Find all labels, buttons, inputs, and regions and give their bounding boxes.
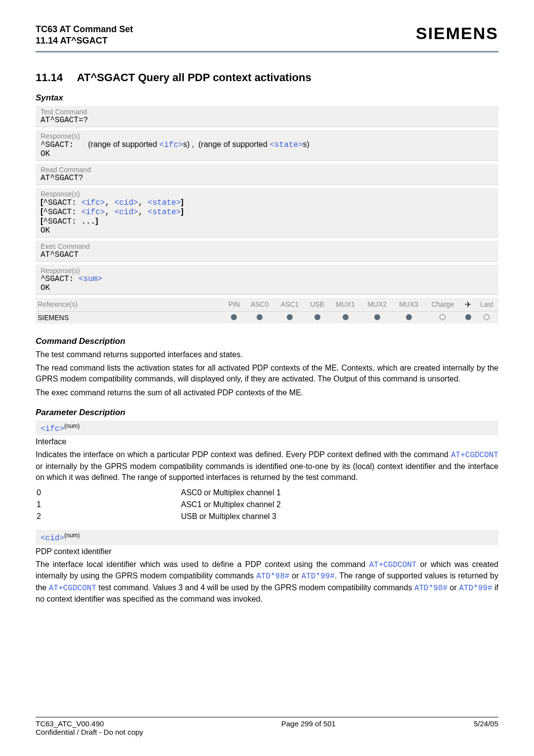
arrow-right-icon: ✈ [465, 300, 471, 309]
dot-empty-icon [484, 314, 490, 320]
colhead-asc0: ASC0 [245, 298, 275, 312]
test-command: AT^SGACT=? [41, 116, 493, 125]
colhead-asc1: ASC1 [275, 298, 305, 312]
footer-confidential: Confidential / Draft - Do not copy [36, 728, 143, 736]
link-ifc-2[interactable]: <ifc> [81, 198, 105, 207]
siemens-logo: SIEMENS [416, 24, 498, 43]
colhead-arrow: ✈ [461, 298, 475, 312]
reference-table: Reference(s) PIN ASC0 ASC1 USB MUX1 MUX2… [36, 298, 498, 324]
link-state[interactable]: <state> [269, 141, 303, 149]
link-cgdcont-2[interactable]: AT+CGDCONT [369, 561, 416, 569]
read-response-ok: OK [41, 226, 493, 235]
doc-title: TC63 AT Command Set [36, 24, 133, 35]
param-ifc-values: 0ASC0 or Multiplex channel 1 1ASC1 or Mu… [36, 486, 282, 523]
dot-arrow [461, 311, 475, 324]
read-response-dots: [^SGACT: ...] [41, 217, 493, 226]
label-read-command: Read Command [41, 166, 493, 174]
dot-pin [223, 311, 245, 324]
footer-date: 5/24/05 [474, 719, 498, 736]
exec-command: AT^SGACT [41, 250, 493, 259]
reference-name: SIEMENS [36, 311, 223, 324]
link-state-2[interactable]: <state> [148, 198, 181, 207]
dot-mux2 [361, 311, 393, 324]
link-cid[interactable]: <cid> [114, 198, 138, 207]
table-row: 1ASC1 or Multiplex channel 2 [37, 499, 281, 510]
label-references: Reference(s) [36, 298, 223, 312]
section-title: AT^SGACT Query all PDP context activatio… [77, 71, 312, 84]
table-row: 2USB or Multiplex channel 3 [37, 511, 281, 522]
dot-filled-icon [314, 314, 320, 320]
exec-command-block: Exec Command AT^SGACT [36, 240, 498, 262]
exec-response-ok: OK [41, 284, 493, 292]
link-atd98[interactable]: ATD*98# [256, 572, 289, 581]
colhead-last: Last [475, 298, 498, 312]
command-description-heading: Command Description [36, 336, 498, 346]
label-responses-2: Response(s) [41, 190, 493, 198]
colhead-pin: PIN [223, 298, 245, 312]
exec-response-block: Response(s) ^SGACT: <sum> OK [36, 265, 498, 295]
command-description-p3: The exec command returns the sum of all … [36, 387, 498, 398]
read-response-line2: [^SGACT: <ifc>, <cid>, <state>] [41, 207, 493, 217]
dot-filled-icon [231, 314, 237, 320]
param-ifc-tag: <ifc>(num) [36, 421, 498, 435]
dot-mux3 [393, 311, 425, 324]
dot-mux1 [330, 311, 361, 324]
link-ifc[interactable]: <ifc> [159, 141, 183, 149]
colhead-usb: USB [305, 298, 329, 312]
footer-docid: TC63_ATC_V00.490 [36, 719, 143, 728]
link-cgdcont-3[interactable]: AT+CGDCONT [49, 584, 96, 593]
dot-asc0 [245, 311, 275, 324]
test-response-line: ^SGACT: (range of supported <ifc>s) , (r… [41, 140, 493, 149]
dot-filled-icon [465, 314, 471, 320]
doc-subtitle: 11.14 AT^SGACT [36, 35, 133, 47]
section-heading: 11.14 AT^SGACT Query all PDP context act… [36, 71, 498, 84]
param-ifc-label: Interface [36, 437, 498, 446]
dot-filled-icon [406, 314, 412, 320]
dot-filled-icon [374, 314, 380, 320]
link-state-3[interactable]: <state> [148, 208, 181, 217]
link-cgdcont[interactable]: AT+CGDCONT [451, 451, 498, 460]
dot-usb [305, 311, 329, 324]
table-row: 0ASC0 or Multiplex channel 1 [37, 487, 281, 498]
param-cid-desc: The interface local identifier which was… [36, 559, 498, 605]
test-command-block: Test Command AT^SGACT=? [36, 106, 498, 127]
colhead-mux3: MUX3 [393, 298, 425, 312]
dot-asc1 [275, 311, 305, 324]
dot-filled-icon [343, 314, 349, 320]
colhead-mux1: MUX1 [330, 298, 361, 312]
section-number: 11.14 [36, 71, 63, 84]
page-header: TC63 AT Command Set 11.14 AT^SGACT SIEME… [36, 24, 498, 47]
read-command-block: Read Command AT^SGACT? [36, 164, 498, 185]
command-description-p2: The read command lists the activation st… [36, 363, 498, 384]
param-cid-label: PDP context identifier [36, 547, 498, 556]
link-atd99[interactable]: ATD*99# [302, 572, 335, 581]
dot-empty-icon [440, 314, 445, 320]
header-divider [36, 51, 498, 52]
test-response-ok: OK [41, 149, 493, 158]
syntax-heading: Syntax [36, 93, 498, 103]
link-ifc-3[interactable]: <ifc> [81, 208, 105, 217]
dot-filled-icon [257, 314, 263, 320]
page-footer: TC63_ATC_V00.490 Confidential / Draft - … [36, 717, 498, 736]
dot-charge [425, 311, 461, 324]
param-cid-tag: <cid>(num) [36, 530, 498, 545]
test-response-block: Response(s) ^SGACT: (range of supported … [36, 130, 498, 161]
exec-response-line: ^SGACT: <sum> [41, 275, 493, 284]
label-exec-command: Exec Command [41, 242, 493, 250]
dot-filled-icon [287, 314, 293, 320]
link-sum[interactable]: <sum> [79, 275, 102, 284]
param-ifc-desc: Indicates the interface on which a parti… [36, 449, 498, 482]
colhead-charge: Charge [425, 298, 461, 312]
label-responses: Response(s) [41, 132, 493, 140]
command-description-p1: The test command returns supported inter… [36, 349, 498, 360]
parameter-description-heading: Parameter Description [36, 408, 498, 418]
link-atd98-2[interactable]: ATD*98# [414, 584, 447, 593]
read-response-line1: [^SGACT: <ifc>, <cid>, <state>] [41, 198, 493, 207]
colhead-mux2: MUX2 [361, 298, 393, 312]
dot-last [475, 311, 498, 324]
label-test-command: Test Command [41, 108, 493, 116]
link-cid-2[interactable]: <cid> [114, 208, 138, 217]
link-atd99-2[interactable]: ATD*99# [459, 584, 492, 593]
label-responses-3: Response(s) [41, 267, 493, 275]
read-response-block: Response(s) [^SGACT: <ifc>, <cid>, <stat… [36, 188, 498, 237]
